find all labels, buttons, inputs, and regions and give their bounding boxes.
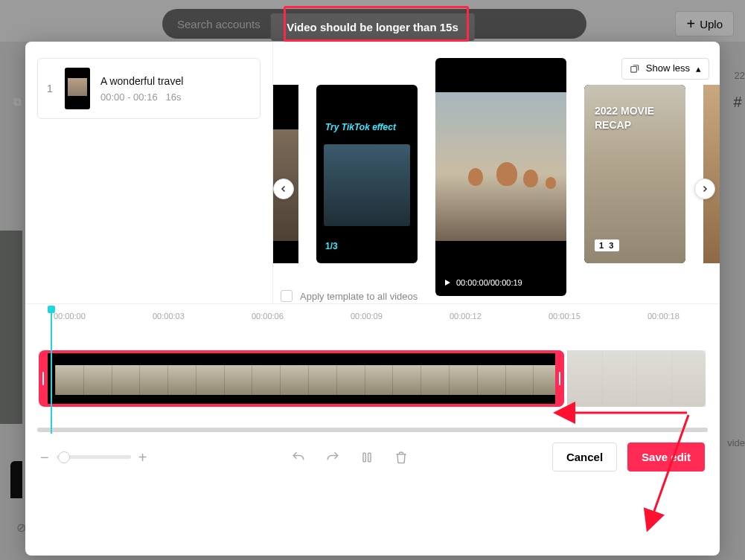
zoom-out-button[interactable]: − (40, 450, 49, 465)
trash-icon[interactable] (394, 450, 409, 465)
undo-icon[interactable] (291, 450, 306, 465)
video-track (37, 350, 708, 407)
zoom-control: − + (40, 450, 147, 465)
ruler-tick: 00:00:09 (351, 312, 383, 321)
chevron-left-icon (279, 184, 288, 193)
clip-frames (55, 365, 561, 395)
trim-handle-right[interactable] (555, 350, 564, 407)
templates-next-button[interactable] (694, 178, 715, 199)
play-icon (443, 278, 452, 287)
split-icon[interactable] (359, 450, 374, 465)
zoom-slider[interactable] (57, 455, 131, 459)
cancel-button[interactable]: Cancel (552, 442, 617, 472)
preview-timebar: 00:00:00/00:00:19 (443, 278, 522, 287)
ruler-tick: 00:00:15 (549, 312, 581, 321)
show-less-label: Show less (646, 63, 690, 74)
timeline-tools (291, 450, 409, 465)
template-a-heading: Try TikTok effect (325, 122, 396, 132)
chevron-right-icon (700, 184, 709, 193)
svg-rect-2 (363, 453, 365, 462)
cards-icon (630, 64, 640, 74)
template-c-counter: 1 3 (595, 239, 619, 251)
show-less-toggle[interactable]: Show less ▴ (621, 58, 709, 80)
ruler-tick: 00:00:00 (54, 312, 86, 321)
clip-index: 1 (47, 83, 54, 94)
ruler-tick: 00:00:06 (252, 312, 284, 321)
trim-handle-left[interactable] (39, 350, 48, 407)
apply-template-label: Apply template to all videos (300, 291, 418, 302)
template-preview: Show less ▴ Try TikTok effect 1/3 (273, 42, 720, 303)
time-ruler[interactable]: 00:00:0000:00:0300:00:0600:00:0900:00:12… (37, 312, 708, 328)
clip-ghost-tail (567, 350, 706, 407)
split-editor-modal: 1 A wonderful travel 00:00 - 00:16 16s S… (25, 42, 720, 556)
redo-icon[interactable] (325, 450, 340, 465)
ruler-tick: 00:00:03 (153, 312, 185, 321)
svg-rect-3 (368, 453, 370, 462)
svg-marker-1 (445, 280, 450, 286)
template-selected-preview[interactable]: 00:00:00/00:00:19 (435, 58, 566, 296)
svg-rect-0 (631, 66, 637, 72)
caret-up-icon: ▴ (696, 63, 701, 74)
ruler-tick: 00:00:18 (648, 312, 680, 321)
playhead[interactable] (51, 307, 52, 434)
clip-title: A wonderful travel (100, 75, 183, 87)
timeline-scrollbar[interactable] (37, 428, 708, 432)
ruler-tick: 00:00:12 (450, 312, 482, 321)
toast-warning: Video should be longer than 15s (270, 13, 475, 41)
clip-sidebar: 1 A wonderful travel 00:00 - 00:16 16s (25, 42, 273, 303)
timeline-area: 00:00:0000:00:0300:00:0600:00:0900:00:12… (25, 303, 720, 482)
clip-card[interactable]: 1 A wonderful travel 00:00 - 00:16 16s (37, 58, 260, 119)
template-a-counter: 1/3 (325, 241, 338, 251)
clip-thumbnail (65, 68, 90, 109)
template-a-art (324, 144, 410, 226)
clip-time: 00:00 - 00:16 16s (100, 91, 183, 103)
template-tiktok-effect[interactable]: Try TikTok effect 1/3 (316, 85, 418, 263)
apply-template-checkbox[interactable] (281, 290, 292, 302)
zoom-in-button[interactable]: + (138, 450, 147, 465)
template-partial-left[interactable] (273, 85, 298, 263)
clip-region[interactable] (42, 350, 564, 407)
templates-prev-button[interactable] (273, 178, 294, 199)
template-partial-right[interactable] (703, 85, 720, 263)
apply-template-row[interactable]: Apply template to all videos (281, 290, 418, 302)
save-edit-button[interactable]: Save edit (627, 442, 705, 472)
template-movie-recap[interactable]: 2022 MOVIE RECAP 1 3 (584, 85, 685, 263)
template-c-title: 2022 MOVIE RECAP (595, 104, 678, 132)
